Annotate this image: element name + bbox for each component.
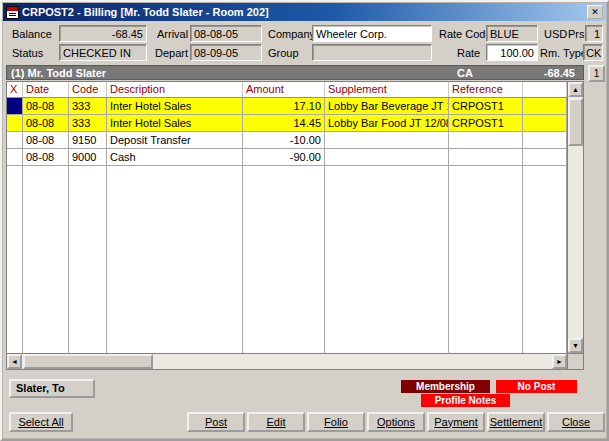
settlement-button[interactable]: Settlement	[487, 412, 545, 432]
window-number-button[interactable]: 1	[588, 65, 605, 82]
column-header-reference: Reference	[449, 82, 523, 97]
rm-type-field[interactable]: CK	[583, 44, 603, 61]
scroll-left-icon: ◄	[11, 358, 18, 365]
cell-spacer	[523, 115, 567, 132]
column-header-spacer	[523, 82, 567, 97]
window-title: CRPOST2 - Billing [Mr. Todd Slater - Roo…	[22, 6, 584, 18]
cell-spacer	[523, 149, 567, 166]
titlebar: CRPOST2 - Billing [Mr. Todd Slater - Roo…	[3, 3, 606, 21]
v-scroll-thumb[interactable]	[568, 98, 583, 146]
grid-header-row: X Date Code Description Amount Supplemen…	[7, 82, 567, 98]
cell-description: Inter Hotel Sales	[107, 98, 243, 115]
edit-button[interactable]: Edit	[247, 412, 305, 432]
row-select-cell[interactable]	[7, 115, 23, 132]
cell-supplement: Lobby Bar Food JT 12/08/08	[325, 115, 449, 132]
guest-name: (1) Mr. Todd Slater	[11, 66, 106, 81]
cell-reference	[449, 132, 523, 149]
cell-spacer	[523, 132, 567, 149]
cell-description: Cash	[107, 149, 243, 166]
depart-field[interactable]: 08-09-05	[190, 44, 262, 61]
cell-reference: CRPOST1	[449, 98, 523, 115]
group-field[interactable]	[312, 44, 432, 61]
app-icon	[6, 6, 19, 19]
transaction-row[interactable]: 08-08 333 Inter Hotel Sales 14.45 Lobby …	[7, 115, 567, 132]
options-button[interactable]: Options	[367, 412, 425, 432]
cell-amount: 17.10	[243, 98, 325, 115]
cell-date: 08-08	[23, 115, 69, 132]
select-all-button[interactable]: Select All	[9, 412, 73, 432]
close-icon: ✕	[591, 7, 599, 17]
cell-amount: -90.00	[243, 149, 325, 166]
depart-label: Depart	[155, 47, 188, 60]
scroll-up-icon: ▲	[572, 86, 579, 93]
status-label: Status	[12, 47, 43, 60]
rate-field[interactable]: 100.00	[486, 44, 538, 61]
row-select-cell[interactable]	[7, 132, 23, 149]
arrival-label: Arrival	[157, 28, 188, 41]
row-select-cell[interactable]	[7, 98, 23, 115]
column-header-date: Date	[23, 82, 69, 97]
membership-badge[interactable]: Membership	[401, 380, 490, 393]
scroll-right-icon: ►	[556, 358, 563, 365]
company-field[interactable]: Wheeler Corp.	[312, 25, 432, 42]
transactions-grid: X Date Code Description Amount Supplemen…	[6, 81, 584, 370]
cell-code: 9000	[69, 149, 107, 166]
empty-rows-filler	[7, 166, 567, 353]
guest-header-bar: (1) Mr. Todd Slater CA -68.45	[6, 65, 584, 80]
cell-reference	[449, 149, 523, 166]
grid-body: X Date Code Description Amount Supplemen…	[7, 82, 567, 353]
cell-supplement	[325, 132, 449, 149]
cell-supplement: Lobby Bar Beverage JT 12/08	[325, 98, 449, 115]
cell-date: 08-08	[23, 132, 69, 149]
rate-code-field[interactable]: BLUE	[486, 25, 538, 42]
prs-label: Prs	[568, 28, 585, 41]
transaction-row[interactable]: 08-08 9000 Cash -90.00	[7, 149, 567, 166]
cell-code: 9150	[69, 132, 107, 149]
titlebar-close-button[interactable]: ✕	[587, 5, 603, 19]
row-select-cell[interactable]	[7, 149, 23, 166]
scroll-right-button[interactable]: ►	[552, 354, 567, 369]
close-action-button[interactable]: Close	[547, 412, 605, 432]
column-header-supplement: Supplement	[325, 82, 449, 97]
cell-date: 08-08	[23, 149, 69, 166]
cell-amount: -10.00	[243, 132, 325, 149]
group-label: Group	[268, 47, 299, 60]
billing-window: CRPOST2 - Billing [Mr. Todd Slater - Roo…	[0, 0, 609, 441]
payment-button[interactable]: Payment	[427, 412, 485, 432]
no-post-badge[interactable]: No Post	[496, 380, 577, 393]
prs-field[interactable]: 1	[585, 25, 603, 42]
column-header-description: Description	[107, 82, 243, 97]
arrival-field[interactable]: 08-08-05	[190, 25, 262, 42]
guest-payment-code: CA	[457, 66, 473, 81]
h-scrollbar[interactable]: ◄ ►	[7, 353, 567, 369]
column-header-select: X	[7, 82, 23, 97]
cell-description: Inter Hotel Sales	[107, 115, 243, 132]
transaction-row[interactable]: 08-08 9150 Deposit Transfer -10.00	[7, 132, 567, 149]
scroll-down-icon: ▼	[572, 342, 579, 349]
cell-description: Deposit Transfer	[107, 132, 243, 149]
folio-button[interactable]: Folio	[307, 412, 365, 432]
v-scrollbar[interactable]: ▲ ▼	[567, 82, 583, 353]
column-header-code: Code	[69, 82, 107, 97]
guest-tab-button[interactable]: Slater, To	[9, 379, 95, 398]
profile-notes-badge[interactable]: Profile Notes	[421, 394, 510, 407]
cell-date: 08-08	[23, 98, 69, 115]
balance-label: Balance	[12, 28, 52, 41]
column-header-amount: Amount	[243, 82, 325, 97]
balance-field[interactable]: -68.45	[59, 25, 147, 42]
post-button[interactable]: Post	[187, 412, 245, 432]
scroll-down-button[interactable]: ▼	[568, 338, 583, 353]
cell-code: 333	[69, 98, 107, 115]
rate-code-label: Rate Code	[439, 28, 492, 41]
cell-amount: 14.45	[243, 115, 325, 132]
cell-reference: CRPOST1	[449, 115, 523, 132]
scroll-up-button[interactable]: ▲	[568, 82, 583, 97]
company-label: Company	[268, 28, 315, 41]
currency-label: USD	[544, 28, 567, 41]
h-scroll-thumb[interactable]	[23, 354, 153, 369]
scroll-left-button[interactable]: ◄	[7, 354, 22, 369]
cell-code: 333	[69, 115, 107, 132]
cell-supplement	[325, 149, 449, 166]
status-field[interactable]: CHECKED IN	[59, 44, 147, 61]
transaction-row[interactable]: 08-08 333 Inter Hotel Sales 17.10 Lobby …	[7, 98, 567, 115]
